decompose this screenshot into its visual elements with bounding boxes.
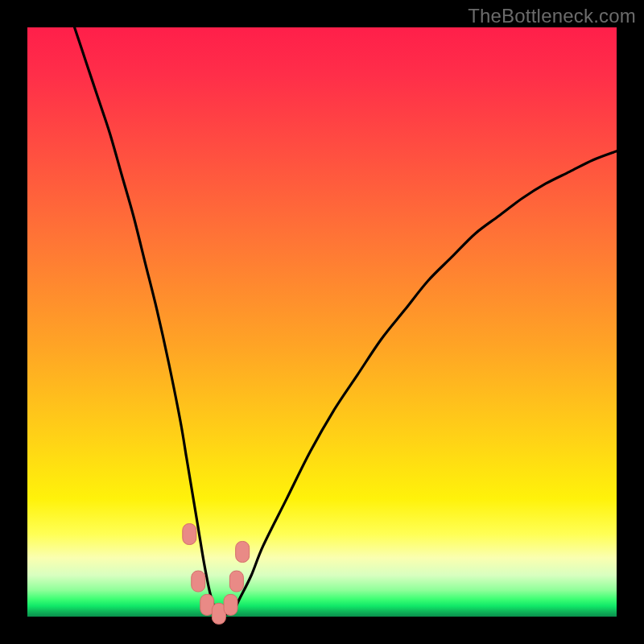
curve-marker (229, 571, 243, 592)
curve-marker (236, 541, 250, 562)
curve-marker (192, 571, 205, 592)
chart-frame: TheBottleneck.com (0, 0, 644, 644)
curve-markers (183, 524, 250, 625)
bottleneck-curve (75, 27, 617, 614)
attribution-label: TheBottleneck.com (468, 5, 636, 27)
curve-marker (224, 594, 237, 615)
plot-area (27, 27, 617, 617)
curve-layer (27, 27, 617, 617)
curve-marker (183, 524, 196, 545)
